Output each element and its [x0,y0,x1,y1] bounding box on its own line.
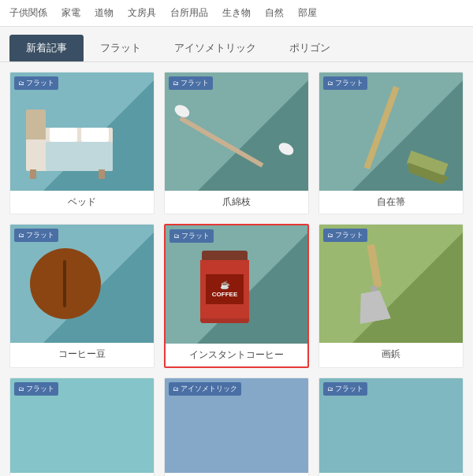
tab-flat[interactable]: フラット [84,35,158,61]
card-flatitem[interactable]: フラット [318,377,464,476]
card-grid: フラット ベッド フラット 爪綿枝 [9,72,464,476]
card-image-scissors: フラット [10,378,154,473]
tab-isometric[interactable]: アイソメトリック [158,35,273,61]
badge-trowel: フラット [323,229,367,242]
card-cofbean[interactable]: フラット コーヒー豆 [9,224,155,368]
card-image-coffee: フラット ☕ COFFEE [166,225,307,344]
tab-new-articles[interactable]: 新着記事 [9,35,84,61]
jar-text: COFFEE [212,291,237,298]
card-bed[interactable]: フラット ベッド [9,72,155,214]
badge-coffee: フラット [169,229,214,243]
card-image-cofbean: フラット [10,225,154,343]
card-label-coffee: インスタントコーヒー [166,344,307,366]
card-image-broom: フラット [319,73,463,191]
card-scissors[interactable]: フラット [9,377,155,476]
badge-swab: フラット [169,76,213,90]
card-isotrowel[interactable]: アイソメトリック [164,377,309,476]
card-trowel[interactable]: フラット 画鋲 [318,224,464,368]
badge-bed: フラット [14,76,58,90]
top-nav: 子供関係 家電 道物 文房具 台所用品 生き物 自然 部屋 [0,0,473,27]
tab-bar: 新着記事 フラット アイソメトリック ポリゴン [0,27,473,62]
card-broom[interactable]: フラット 自在箒 [318,72,464,214]
nav-item-nature[interactable]: 自然 [265,6,284,20]
card-swab[interactable]: フラット 爪綿枝 [164,72,309,214]
card-label-swab: 爪綿枝 [165,191,308,214]
coffee-bean-icon: ☕ [220,281,229,289]
card-coffee[interactable]: フラット ☕ COFFEE インスタントコーヒー [164,224,309,368]
jar-label: ☕ COFFEE [206,274,244,304]
card-label-trowel: 画鋲 [319,343,463,366]
grid-container: フラット ベッド フラット 爪綿枝 [0,62,473,476]
badge-broom: フラット [323,76,367,90]
card-image-flatitem: フラット [319,378,463,473]
card-image-swab: フラット [165,73,308,191]
nav-item-electronics[interactable]: 家電 [61,6,80,20]
badge-isotrowel: アイソメトリック [169,382,241,396]
nav-item-creatures[interactable]: 生き物 [222,6,251,20]
tab-polygon[interactable]: ポリゴン [273,35,347,61]
card-image-isotrowel: アイソメトリック [165,378,308,473]
card-image-trowel: フラット [319,225,463,343]
nav-item-animals[interactable]: 道物 [95,6,114,20]
card-label-cofbean: コーヒー豆 [10,343,154,366]
nav-item-stationery[interactable]: 文房具 [128,6,156,20]
badge-flatitem: フラット [323,382,367,396]
card-label-broom: 自在箒 [319,191,463,214]
card-image-bed: フラット [10,73,154,191]
card-label-bed: ベッド [10,191,154,214]
badge-scissors: フラット [14,382,58,396]
nav-item-kitchen[interactable]: 台所用品 [170,6,208,20]
nav-item-children[interactable]: 子供関係 [9,6,47,20]
badge-cofbean: フラット [14,229,58,242]
nav-item-room[interactable]: 部屋 [298,6,317,20]
